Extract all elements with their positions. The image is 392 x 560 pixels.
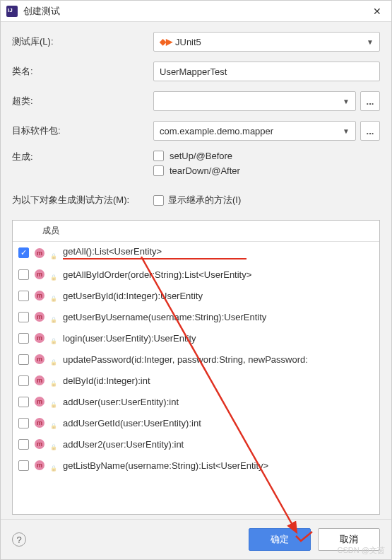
chevron-down-icon: ▼: [367, 38, 374, 46]
target-pkg-label: 目标软件包:: [12, 124, 153, 137]
method-checkbox[interactable]: [18, 333, 29, 344]
super-class-label: 超类:: [12, 95, 153, 107]
junit-diamond-icon: ◆▶: [160, 37, 172, 47]
method-signature: delById(id:Integer):int: [63, 375, 374, 386]
method-signature: getListByName(username:String):List<User…: [63, 460, 374, 471]
method-icon: m: [35, 354, 44, 364]
class-name-label: 类名:: [12, 65, 153, 78]
method-signature: getUserByUsername(username:String):UserE…: [63, 312, 374, 322]
super-class-browse-button[interactable]: ...: [360, 91, 380, 111]
method-row[interactable]: mupdatePassword(id:Integer, password:Str…: [13, 349, 379, 370]
method-signature: getAllByIdOrder(order:String):List<UserE…: [63, 269, 374, 280]
visibility-icon: [50, 441, 57, 448]
method-checkbox[interactable]: [18, 291, 29, 301]
close-icon[interactable]: ✕: [369, 6, 386, 17]
generate-label: 生成:: [12, 151, 153, 163]
method-icon: m: [35, 269, 44, 279]
visibility-icon: [50, 313, 57, 320]
method-checkbox[interactable]: [18, 375, 29, 386]
test-lib-select[interactable]: ◆▶ JUnit5 ▼: [153, 32, 380, 52]
method-row[interactable]: mgetListByName(username:String):List<Use…: [13, 455, 379, 476]
method-row[interactable]: mlogin(user:UserEntity):UserEntity: [13, 327, 379, 349]
visibility-icon: [50, 292, 57, 299]
show-inherited-label: 显示继承的方法(I): [168, 194, 241, 206]
target-pkg-value: com.example.demo.mapper: [160, 126, 273, 136]
visibility-icon: [50, 356, 57, 363]
method-icon: m: [35, 375, 44, 385]
method-signature: getAll():List<UserEntity>: [63, 246, 374, 259]
method-row[interactable]: mdelById(id:Integer):int: [13, 370, 379, 391]
method-row[interactable]: mgetAll():List<UserEntity>: [13, 242, 379, 264]
method-checkbox[interactable]: [18, 312, 29, 322]
method-icon: m: [35, 291, 44, 301]
method-signature: addUserGetId(user:UserEntity):int: [63, 418, 374, 428]
method-signature: addUser2(user:UserEntity):int: [63, 439, 374, 450]
class-name-value: UserMapperTest: [160, 66, 227, 77]
method-row[interactable]: maddUser2(user:UserEntity):int: [13, 433, 379, 455]
test-lib-label: 测试库(L):: [12, 35, 153, 48]
visibility-icon: [50, 419, 57, 426]
visibility-icon: [50, 398, 57, 405]
target-pkg-browse-button[interactable]: ...: [360, 121, 380, 141]
chevron-down-icon: ▼: [343, 127, 350, 135]
window-title: 创建测试: [23, 5, 369, 18]
method-row[interactable]: mgetAllByIdOrder(order:String):List<User…: [13, 264, 379, 285]
gen-methods-label: 为以下对象生成测试方法(M):: [12, 194, 153, 206]
dialog-window: 创建测试 ✕ 测试库(L): ◆▶ JUnit5 ▼ 类名: UserMappe…: [0, 0, 392, 560]
setup-checkbox[interactable]: [153, 151, 164, 161]
chevron-down-icon: ▼: [343, 98, 350, 105]
setup-label: setUp/@Before: [170, 151, 232, 161]
cancel-button[interactable]: 取消: [318, 528, 380, 551]
method-checkbox[interactable]: [18, 397, 29, 407]
members-panel: 成员 mgetAll():List<UserEntity>mgetAllById…: [12, 220, 380, 515]
target-pkg-select[interactable]: com.example.demo.mapper ▼: [153, 121, 356, 141]
super-class-select[interactable]: ▼: [153, 91, 356, 111]
method-checkbox[interactable]: [18, 418, 29, 428]
method-row[interactable]: maddUserGetId(user:UserEntity):int: [13, 412, 379, 433]
visibility-icon: [50, 250, 57, 257]
method-checkbox[interactable]: [18, 439, 29, 450]
ok-button[interactable]: 确定: [249, 528, 311, 551]
method-icon: m: [35, 248, 44, 258]
method-icon: m: [35, 312, 44, 322]
help-button[interactable]: ?: [12, 532, 26, 547]
method-checkbox[interactable]: [18, 269, 29, 280]
visibility-icon: [50, 334, 57, 342]
method-row[interactable]: mgetUserByUsername(username:String):User…: [13, 306, 379, 327]
footer: ? 确定 取消: [1, 519, 391, 559]
app-logo-icon: [6, 6, 18, 17]
method-checkbox[interactable]: [18, 247, 29, 258]
method-row[interactable]: mgetUserById(id:Integer):UserEntity: [13, 285, 379, 306]
method-icon: m: [35, 460, 44, 470]
method-icon: m: [35, 397, 44, 407]
method-signature: updatePassword(id:Integer, password:Stri…: [63, 354, 374, 365]
method-signature: getUserById(id:Integer):UserEntity: [63, 291, 374, 301]
method-signature: addUser(user:UserEntity):int: [63, 397, 374, 407]
content-area: 测试库(L): ◆▶ JUnit5 ▼ 类名: UserMapperTest 超…: [1, 22, 391, 519]
method-checkbox[interactable]: [18, 460, 29, 471]
members-header: 成员: [13, 221, 379, 242]
test-lib-value: JUnit5: [175, 37, 201, 47]
teardown-label: tearDown/@After: [170, 165, 240, 176]
method-icon: m: [35, 439, 44, 449]
titlebar: 创建测试 ✕: [1, 1, 391, 22]
members-list: mgetAll():List<UserEntity>mgetAllByIdOrd…: [13, 242, 379, 476]
visibility-icon: [50, 271, 57, 278]
visibility-icon: [50, 377, 57, 384]
method-icon: m: [35, 418, 44, 428]
method-row[interactable]: maddUser(user:UserEntity):int: [13, 391, 379, 412]
method-checkbox[interactable]: [18, 354, 29, 365]
teardown-checkbox[interactable]: [153, 165, 164, 176]
visibility-icon: [50, 462, 57, 469]
show-inherited-checkbox[interactable]: [153, 195, 164, 206]
method-icon: m: [35, 333, 44, 343]
method-signature: login(user:UserEntity):UserEntity: [63, 333, 374, 344]
class-name-input[interactable]: UserMapperTest: [153, 62, 380, 81]
